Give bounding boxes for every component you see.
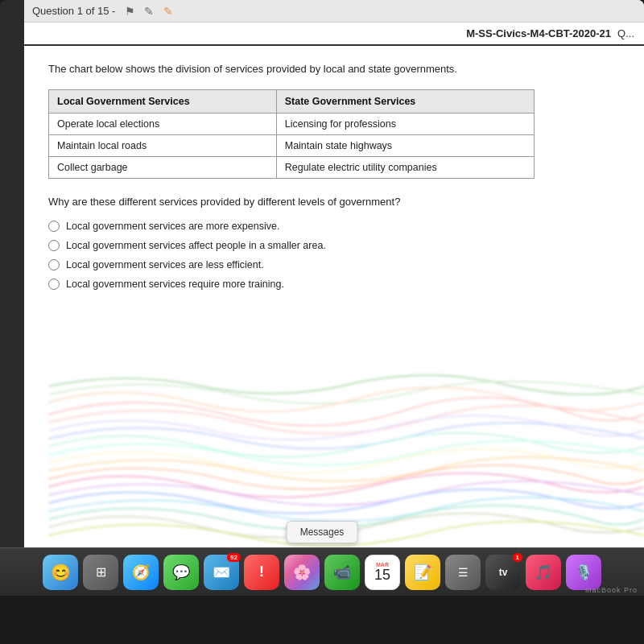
col1-header: Local Government Services (49, 90, 277, 114)
radio-button-d[interactable] (48, 279, 60, 290)
dock-photos[interactable]: 🌸 (284, 555, 320, 590)
screen-bezel: Question 1 of 15 - ⚑ ✎ ✎ M-SS-Civics-M4-… (0, 0, 644, 596)
services-table: Local Government Services State Governme… (48, 89, 535, 179)
choice-text-b: Local government services affect people … (66, 240, 326, 251)
question-description: The chart below shows the division of se… (48, 62, 620, 76)
dock-music[interactable]: 🎵 (526, 555, 561, 590)
table-row: Collect garbageRegulate electric utility… (49, 157, 535, 179)
answer-choice-b[interactable]: Local government services affect people … (48, 240, 620, 251)
choice-text-c: Local government services are less effic… (66, 259, 264, 270)
calendar-day: 15 (374, 568, 390, 582)
dock-facetime[interactable]: 📹 (324, 555, 360, 590)
table-cell-local: Maintain local roads (49, 135, 277, 157)
nav-icons: ⚑ ✎ ✎ (122, 3, 176, 19)
answer-choice-c[interactable]: Local government services are less effic… (48, 259, 620, 270)
pencil-icon[interactable]: ✎ (141, 3, 157, 19)
question-content: The chart below shows the division of se… (24, 46, 644, 306)
dock-reminders2[interactable]: ☰ (445, 555, 481, 590)
dock-messages[interactable]: 💬 (163, 555, 199, 590)
table-cell-state: Licensing for professions (276, 114, 534, 135)
question-counter: Question 1 of 15 - (32, 5, 115, 17)
table-cell-state: Regulate electric utility companies (276, 157, 534, 179)
radio-button-b[interactable] (48, 240, 60, 251)
content-area: M-SS-Civics-M4-CBT-2020-21 Q... The char… (24, 23, 644, 596)
answer-choice-a[interactable]: Local government services are more expen… (48, 221, 620, 232)
appletv-badge: 1 (513, 553, 522, 562)
radio-button-a[interactable] (48, 221, 60, 232)
dock-notes[interactable]: 📝 (405, 555, 440, 590)
table-cell-local: Collect garbage (49, 157, 277, 179)
calendar-display: MAR 15 (374, 562, 390, 582)
choice-text-a: Local government services are more expen… (66, 221, 279, 232)
dock-safari[interactable]: 🧭 (123, 555, 159, 590)
mail-badge: 92 (227, 553, 241, 562)
app-window: Question 1 of 15 - ⚑ ✎ ✎ M-SS-Civics-M4-… (24, 0, 644, 596)
question-nav: Question 1 of 15 - (32, 5, 115, 17)
question-label: Q... (617, 27, 634, 39)
dock-appletv[interactable]: tv 1 (485, 555, 521, 590)
table-cell-state: Maintain state highways (276, 135, 534, 157)
dock-mail[interactable]: ✉️ 92 (204, 555, 239, 590)
color-icon[interactable]: ✎ (160, 3, 176, 19)
exam-header: M-SS-Civics-M4-CBT-2020-21 Q... (24, 23, 644, 46)
exam-code: M-SS-Civics-M4-CBT-2020-21 (466, 27, 611, 39)
col2-header: State Government Services (276, 90, 534, 114)
dock-launchpad[interactable]: ⊞ (83, 555, 118, 590)
toolbar: Question 1 of 15 - ⚑ ✎ ✎ (24, 0, 644, 23)
radio-button-c[interactable] (48, 259, 60, 270)
flag-icon[interactable]: ⚑ (122, 3, 138, 19)
dock-reminders[interactable]: ! (244, 555, 279, 590)
question-prompt: Why are these different services provide… (48, 195, 620, 209)
answer-choices: Local government services are more expen… (48, 221, 620, 290)
table-row: Maintain local roadsMaintain state highw… (49, 135, 535, 157)
macbook-label: MacBook Pro (585, 586, 638, 594)
answer-choice-d[interactable]: Local government services require more t… (48, 279, 620, 290)
table-row: Operate local electionsLicensing for pro… (49, 114, 535, 135)
table-cell-local: Operate local elections (49, 114, 277, 135)
messages-popup[interactable]: Messages (287, 521, 358, 543)
dock-calendar[interactable]: MAR 15 (365, 555, 400, 590)
choice-text-d: Local government services require more t… (66, 279, 284, 290)
dock: 😊 ⊞ 🧭 💬 ✉️ 92 ! 🌸 📹 (0, 547, 644, 596)
dock-podcasts[interactable]: 🎙️ (566, 555, 601, 590)
dock-finder[interactable]: 😊 (43, 555, 78, 590)
